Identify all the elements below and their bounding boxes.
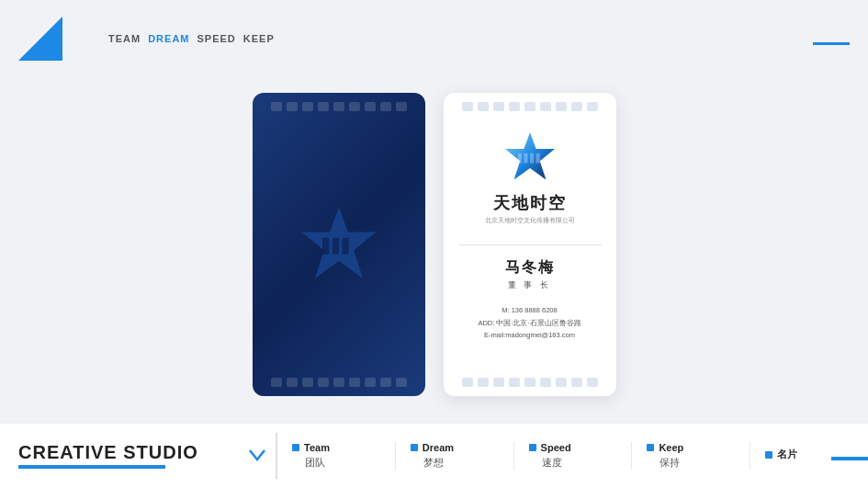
film-hole	[271, 102, 282, 111]
film-hole	[380, 378, 391, 387]
svg-rect-8	[535, 153, 539, 163]
film-hole	[478, 378, 489, 387]
film-hole	[587, 102, 598, 111]
footer-nav-keep-cn: 保持	[647, 456, 680, 470]
film-holes-top	[253, 102, 425, 111]
header-accent-line	[813, 42, 850, 45]
film-hole	[509, 102, 520, 111]
film-holes-bottom	[253, 378, 425, 387]
nav-dot-speed	[529, 444, 536, 451]
film-hole	[556, 102, 567, 111]
card-divider	[458, 244, 602, 245]
film-hole	[318, 102, 329, 111]
footer-right-accent-line	[831, 457, 868, 460]
film-hole	[478, 102, 489, 111]
film-hole	[333, 102, 344, 111]
logo-triangle	[18, 17, 62, 61]
film-hole	[493, 102, 504, 111]
star-icon-dark	[298, 203, 380, 286]
film-hole	[380, 102, 391, 111]
footer-nav-namecard-en: 名片	[765, 448, 797, 461]
nav-team: TEAM	[108, 33, 141, 44]
footer-nav-team[interactable]: Team 团队	[277, 442, 396, 470]
header: TEAM DREAM SPEED KEEP	[0, 17, 868, 61]
nav-speed: SPEED	[197, 33, 236, 44]
svg-rect-6	[524, 153, 527, 163]
main-content: 天地时空 北京天地时空文化传播有限公司 马冬梅 董 事 长 M: 136 888…	[0, 64, 868, 424]
film-hole	[271, 378, 282, 387]
footer-accent-bar	[18, 465, 165, 469]
film-hole	[302, 378, 313, 387]
footer-nav-speed-cn: 速度	[529, 456, 562, 470]
footer-nav-team-en: Team	[292, 442, 330, 453]
footer-nav: Team 团队 Dream 梦想 Speed 速度 Keep 保持	[277, 424, 868, 488]
person-title: 董 事 长	[508, 279, 551, 291]
footer-nav-speed[interactable]: Speed 速度	[514, 442, 633, 470]
film-hole	[509, 378, 520, 387]
film-hole	[556, 378, 567, 387]
person-name: 马冬梅	[505, 258, 555, 278]
film-hole	[587, 378, 598, 387]
nav-dot-namecard	[765, 451, 772, 459]
film-hole	[287, 378, 298, 387]
contact-add: ADD: 中国·北京·石景山区鲁谷路	[478, 317, 581, 330]
film-hole	[349, 378, 360, 387]
nav-keep: KEEP	[243, 33, 275, 44]
film-hole	[349, 102, 360, 111]
film-hole	[493, 378, 504, 387]
film-holes-bottom-white	[444, 378, 616, 387]
company-logo-section: 天地时空 北京天地时空文化传播有限公司	[485, 130, 575, 225]
film-holes-top-white	[444, 102, 616, 111]
film-hole	[462, 102, 473, 111]
footer-left: CREATIVE STUDIO	[0, 424, 239, 488]
nav-dot-team	[292, 444, 299, 451]
footer-nav-team-cn: 团队	[292, 456, 325, 470]
svg-rect-1	[322, 237, 329, 254]
film-hole	[396, 378, 407, 387]
contact-info: M: 136 8888 6208 ADD: 中国·北京·石景山区鲁谷路 E-ma…	[478, 304, 581, 342]
nav-dot-dream	[411, 444, 418, 451]
film-hole	[365, 102, 376, 111]
company-name-cn: 天地时空	[493, 192, 567, 214]
footer-nav-keep[interactable]: Keep 保持	[632, 442, 750, 470]
svg-rect-3	[342, 237, 348, 254]
film-hole	[540, 102, 551, 111]
film-hole	[571, 378, 582, 387]
film-hole	[333, 378, 344, 387]
film-hole	[318, 378, 329, 387]
company-star-icon	[502, 130, 558, 185]
svg-rect-2	[332, 237, 338, 254]
footer-nav-dream-cn: 梦想	[411, 456, 444, 470]
film-hole	[524, 102, 535, 111]
header-nav: TEAM DREAM SPEED KEEP	[108, 33, 275, 44]
film-hole	[396, 102, 407, 111]
footer-nav-namecard[interactable]: 名片	[750, 448, 868, 464]
film-card-dark	[253, 93, 425, 396]
nav-dot-keep	[647, 444, 654, 451]
footer-nav-dream[interactable]: Dream 梦想	[396, 442, 514, 470]
svg-rect-7	[530, 153, 534, 163]
film-hole	[524, 378, 535, 387]
company-name-small: 北京天地时空文化传播有限公司	[485, 216, 575, 225]
film-hole	[571, 102, 582, 111]
footer-nav-keep-en: Keep	[647, 442, 683, 453]
contact-phone: M: 136 8888 6208	[478, 304, 581, 317]
svg-rect-5	[517, 153, 521, 163]
film-hole	[302, 102, 313, 111]
footer-chevron	[239, 424, 276, 488]
studio-title: CREATIVE STUDIO	[18, 443, 220, 461]
film-hole	[462, 378, 473, 387]
film-hole	[540, 378, 551, 387]
film-hole	[287, 102, 298, 111]
nav-dream: DREAM	[148, 33, 189, 44]
footer: CREATIVE STUDIO Team 团队 Dream 梦想 S	[0, 424, 868, 488]
footer-nav-dream-en: Dream	[411, 442, 454, 453]
film-card-white: 天地时空 北京天地时空文化传播有限公司 马冬梅 董 事 长 M: 136 888…	[444, 93, 616, 396]
footer-nav-speed-en: Speed	[529, 442, 571, 453]
contact-email: E-mail:madongmei@163.com	[478, 329, 581, 342]
chevron-down-icon	[246, 445, 268, 467]
film-hole	[365, 378, 376, 387]
